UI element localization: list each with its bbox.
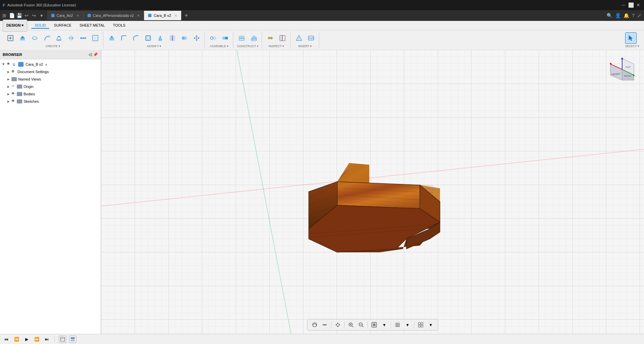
tab-cara-apersonalizada[interactable]: Cara_APersonalizada v2 ✕ [83,11,144,20]
tab-cara-bv2[interactable]: Cara_B v2 ✕ [144,11,181,20]
as-built-joint-button[interactable] [219,32,231,44]
view-settings-button[interactable] [416,320,425,329]
view-dropdown[interactable]: ▾ [426,320,435,329]
shell-button[interactable] [142,32,154,44]
tab-close-icon[interactable]: ✕ [137,14,140,18]
tree-item-doc-settings[interactable]: ▶ ⚙ Document Settings [0,68,101,75]
browser-header-icons: ◁ 📌 [89,52,98,57]
frame-mode-button[interactable] [59,336,66,343]
eye-icon-sketches[interactable]: 👁 [11,99,16,104]
viewport[interactable]: TOP FRONT RIGHT [101,50,644,334]
layer-mode-button[interactable] [69,336,76,343]
display-mode-button[interactable] [370,320,378,329]
select-button[interactable] [625,32,637,44]
tab-surface[interactable]: SURFACE [50,23,75,29]
create-tools [5,32,101,44]
new-component-button[interactable] [5,32,16,44]
expand-icon[interactable]: ⤢ [637,13,641,18]
svg-marker-31 [198,37,200,39]
section-analysis-button[interactable] [277,32,288,44]
save-icon[interactable]: 💾 [16,12,22,19]
profile-icon[interactable]: 👤 [615,13,621,18]
zoom-button[interactable] [346,320,355,329]
orbit-alt-button[interactable] [320,320,329,329]
origin-label: Origin [24,85,33,89]
redo-icon[interactable]: ↪ [31,12,37,19]
tree-arrow-bodies[interactable]: ▶ [6,92,11,96]
extrude-button[interactable] [17,32,28,44]
tab-close-icon[interactable]: ✕ [174,14,177,18]
browser-pin-icon[interactable]: 📌 [93,52,98,57]
draft-button[interactable] [155,32,166,44]
tab-tools[interactable]: TOOLS [110,23,129,29]
tree-arrow-doc-settings[interactable]: ▶ [6,69,11,74]
display-mode-dropdown[interactable]: ▾ [380,320,388,329]
close-button[interactable]: ✕ [635,2,641,8]
notification-icon[interactable]: 🔔 [623,13,629,18]
tree-item-bodies[interactable]: ▶ 👁 Bodies [0,90,101,98]
restore-button[interactable]: ⬜ [628,2,634,8]
mirror-button[interactable] [65,32,77,44]
divider [391,321,391,328]
svg-rect-38 [239,38,244,40]
first-frame-button[interactable]: ⏮ [3,336,10,343]
visibility-icon-root[interactable]: 👁 [7,62,11,67]
fillet-button[interactable] [118,32,130,44]
tab-cara-av2[interactable]: Cara_Av2 ✕ [47,11,83,20]
split-button[interactable] [167,32,178,44]
sweep-button[interactable] [41,32,53,44]
undo-icon[interactable]: ↩ [24,12,30,19]
joint-button[interactable] [207,32,219,44]
move-button[interactable] [191,32,202,44]
play-button[interactable]: ▶ [23,336,30,343]
pan-button[interactable] [333,320,342,329]
tab-close-icon[interactable]: ✕ [76,14,79,18]
combine-button[interactable] [179,32,190,44]
next-frame-button[interactable]: ⏩ [33,336,40,343]
status-bar: ⏮ ⏪ ▶ ⏩ ⏭ [0,334,644,344]
offset-plane-button[interactable] [236,32,247,44]
tree-item-root[interactable]: ▶ 👁 📡 Cara_B v2 ● [0,61,101,68]
modify-tools [106,32,202,44]
new-tab-button[interactable]: + [181,11,191,20]
tree-item-origin[interactable]: ▶ 👁 Origin [0,83,101,90]
tree-item-named-views[interactable]: ▶ Named Views [0,75,101,83]
plane-at-angle-button[interactable] [248,32,260,44]
design-label: DESIGN ▾ [6,23,24,28]
view-cube[interactable]: TOP FRONT RIGHT [607,57,637,87]
create-sketch-button[interactable] [90,32,101,44]
last-frame-button[interactable]: ⏭ [43,336,50,343]
measure-button[interactable] [265,32,276,44]
tree-arrow-origin[interactable]: ▶ [6,84,11,89]
insert-mesh-button[interactable] [293,32,305,44]
tree-item-sketches[interactable]: ▶ 👁 Sketches [0,98,101,105]
help-icon[interactable]: ? [632,13,635,18]
activate-icon[interactable]: ● [45,63,47,66]
search-online-icon[interactable]: 🔍 [607,13,612,18]
chamfer-button[interactable] [130,32,142,44]
eye-icon-bodies[interactable]: 👁 [11,92,16,96]
tree-arrow-root[interactable]: ▶ [1,62,6,67]
tab-sheet-metal[interactable]: SHEET METAL [76,23,108,29]
tree-arrow-named-views[interactable]: ▶ [6,77,11,82]
insert-svg-button[interactable]: SVG [305,32,317,44]
bodies-label: Bodies [24,92,35,96]
browser-expand-icon[interactable]: ◁ [89,52,92,57]
grid-settings-button[interactable] [393,320,402,329]
orbit-button[interactable] [310,320,319,329]
grid-dropdown[interactable]: ▾ [403,320,412,329]
zoom-fit-button[interactable] [357,320,365,329]
eye-off-icon[interactable]: 👁 [11,84,16,89]
pattern-button[interactable] [77,32,89,44]
loft-button[interactable] [53,32,65,44]
tree-arrow-sketches[interactable]: ▶ [6,99,11,104]
file-icon[interactable]: 📄 [9,12,15,19]
tab-solid[interactable]: SOLID [31,23,49,29]
prev-frame-button[interactable]: ⏪ [13,336,20,343]
grid-icon[interactable]: ⊞ [1,12,7,19]
minimize-button[interactable]: ─ [620,2,626,8]
more-icon[interactable]: ▾ [38,12,44,19]
design-mode-button[interactable]: DESIGN ▾ [3,20,27,32]
revolve-button[interactable] [29,32,40,44]
press-pull-button[interactable] [106,32,117,44]
